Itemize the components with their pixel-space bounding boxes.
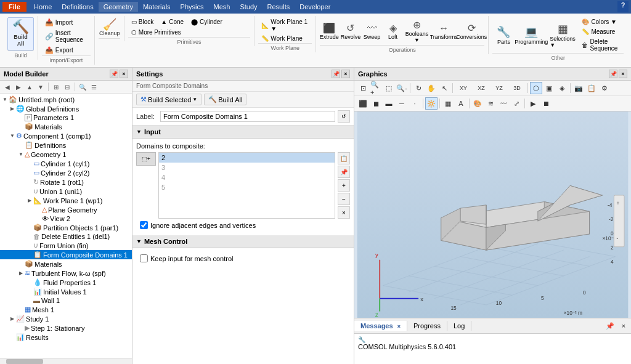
build-all-settings-button[interactable]: 🔨 Build All — [204, 94, 246, 105]
g-highlight[interactable]: 🔆 — [425, 97, 438, 110]
build-selected-button[interactable]: ⚒ Build Selected ▼ — [136, 94, 202, 105]
g-streamline[interactable]: 〰 — [497, 97, 510, 110]
tree-back-btn[interactable]: ◀ — [2, 82, 12, 92]
menu-study[interactable]: Study — [235, 2, 262, 12]
menu-results[interactable]: Results — [263, 2, 295, 12]
transforms-button[interactable]: ↔ Transforms — [432, 21, 456, 42]
block-button[interactable]: ▭ Block — [128, 17, 157, 26]
workplane-button[interactable]: 📏 Work Plane — [258, 34, 306, 43]
settings-close[interactable]: × — [341, 70, 350, 78]
g-wireframe[interactable]: ⬡ — [530, 82, 542, 94]
domains-select-btn[interactable]: ⬚+ — [136, 152, 156, 166]
tree-item-root[interactable]: ▼ 🏠 Untitled.mph (root) — [0, 95, 132, 104]
g-select-boundaries[interactable]: ▬ — [383, 97, 395, 110]
g-select[interactable]: ↖ — [438, 82, 450, 94]
tree-item-union1[interactable]: ∪ Union 1 (uni1) — [0, 187, 132, 196]
tree-item-view2[interactable]: 👁 View 2 — [0, 214, 132, 223]
g-zoom-extents[interactable]: ⊡ — [357, 82, 369, 94]
g-rotate[interactable]: ↻ — [412, 82, 425, 94]
domains-list[interactable]: 2 3 4 5 — [158, 152, 335, 219]
colors-button[interactable]: 🎨 Colors ▼ — [579, 17, 624, 26]
cylinder-button[interactable]: ⬤ Cylinder — [188, 17, 226, 26]
cone-button[interactable]: ▲ Cone — [158, 17, 187, 26]
workplane1-button[interactable]: 📐 Work Plane 1 ▼ — [258, 17, 312, 33]
domains-paste-btn[interactable]: 📌 — [338, 166, 350, 178]
graphics-close[interactable]: × — [619, 70, 627, 78]
tree-item-component1[interactable]: ▼ ⚙ Component 1 (comp1) — [0, 131, 132, 140]
tree-item-geom1[interactable]: ▼ △ Geometry 1 — [0, 150, 132, 159]
tree-search-btn[interactable]: 🔍 — [78, 82, 88, 92]
tree-item-fcd1[interactable]: 📋 Form Composite Domains 1 — [0, 250, 132, 259]
tree-item-cyl2[interactable]: ▭ Cylinder 2 (cyl2) — [0, 168, 132, 177]
domains-clear-btn[interactable]: × — [338, 206, 350, 219]
g-transparent[interactable]: ◈ — [556, 82, 568, 94]
model-builder-pin[interactable]: 📌 — [110, 70, 118, 78]
export-button[interactable]: 📤 Export — [42, 45, 76, 55]
label-field-input[interactable] — [160, 111, 335, 122]
graphics-viewport[interactable]: y x z ×10⁻³ ×10⁻³ m -4 -2 0 2 4 15 10 5 … — [354, 111, 631, 318]
tree-item-step1[interactable]: ▶ Step 1: Stationary — [0, 323, 132, 333]
g-isosurface[interactable]: ≋ — [484, 97, 497, 110]
g-view-persp[interactable]: 3D — [508, 82, 526, 94]
menu-developer[interactable]: Developer — [295, 2, 335, 12]
log-tab[interactable]: Log — [447, 321, 471, 331]
tree-scrollbar[interactable] — [0, 358, 132, 364]
g-settings-view[interactable]: ⚙ — [598, 82, 611, 94]
revolve-button[interactable]: ↺ Revolve — [341, 20, 360, 42]
tree-item-mesh1[interactable]: ▦ Mesh 1 — [0, 305, 132, 314]
label-reset-btn[interactable]: ↺ — [338, 110, 350, 123]
keep-input-checkbox[interactable] — [140, 254, 148, 262]
g-zoom-box[interactable]: ⬚ — [383, 82, 395, 94]
tree-item-materials-global[interactable]: 📦 Materials — [0, 122, 132, 131]
graphics-pin[interactable]: 📌 — [609, 70, 617, 78]
g-surface[interactable]: ▣ — [543, 82, 555, 94]
g-select-all[interactable]: ⬛ — [357, 97, 369, 110]
extrude-button[interactable]: ⬛ Extrude — [320, 20, 338, 42]
tree-item-materials2[interactable]: 📦 Materials — [0, 259, 132, 269]
messages-close-panel[interactable]: × — [617, 320, 630, 332]
tree-item-params[interactable]: P Parameters 1 — [0, 113, 132, 122]
domains-add-btn[interactable]: + — [338, 179, 350, 192]
tree-item-init1[interactable]: 📊 Initial Values 1 — [0, 287, 132, 296]
tree-item-fluid1[interactable]: 💧 Fluid Properties 1 — [0, 278, 132, 287]
tree-item-par1[interactable]: 📦 Partition Objects 1 (par1) — [0, 223, 132, 232]
g-select-domains[interactable]: ◼ — [370, 97, 382, 110]
menu-mesh[interactable]: Mesh — [208, 2, 235, 12]
ignore-edges-checkbox[interactable] — [140, 221, 148, 229]
progress-tab[interactable]: Progress — [407, 321, 447, 331]
tree-collapse-btn[interactable]: ⊟ — [62, 82, 72, 92]
g-mesh-toggle[interactable]: ▦ — [442, 97, 454, 110]
menu-home[interactable]: Home — [29, 2, 57, 12]
model-builder-close[interactable]: × — [120, 70, 128, 78]
g-stop[interactable]: ⏹ — [540, 97, 552, 110]
more-primitives-button[interactable]: ⬡ More Primitives — [128, 28, 184, 37]
file-menu[interactable]: File — [2, 2, 26, 12]
g-play[interactable]: ▶ — [527, 97, 539, 110]
booleans-button[interactable]: ⊕ Booleans▼ — [405, 17, 429, 45]
menu-geometry[interactable]: Geometry — [99, 2, 138, 12]
cleanup-button[interactable]: 🧹 Cleanup — [99, 17, 121, 38]
mesh-control-section-header[interactable]: ▼ Mesh Control — [132, 235, 354, 248]
conversions-button[interactable]: ⟳ Conversions — [458, 20, 485, 42]
tree-item-del1[interactable]: 🗑 Delete Entities 1 (del1) — [0, 232, 132, 241]
menu-physics[interactable]: Physics — [176, 2, 209, 12]
g-pan[interactable]: ✋ — [425, 82, 438, 94]
tree-up-btn[interactable]: ▲ — [25, 82, 35, 92]
tree-item-spf[interactable]: ▶ ≋ Turbulent Flow, k-ω (spf) — [0, 269, 132, 278]
tree-down-btn[interactable]: ▼ — [36, 82, 46, 92]
insert-sequence-button[interactable]: 🔗 Insert Sequence — [42, 28, 91, 44]
g-view-xz[interactable]: XZ — [473, 82, 490, 94]
domains-copy-btn[interactable]: 📋 — [338, 152, 350, 164]
g-deformation[interactable]: ⤢ — [510, 97, 523, 110]
tree-item-wall1[interactable]: ▬ Wall 1 — [0, 296, 132, 305]
tree-item-cyl1[interactable]: ▭ Cylinder 1 (cyl1) — [0, 159, 132, 168]
g-color-table[interactable]: 🎨 — [471, 97, 484, 110]
tree-item-fin[interactable]: ∪ Form Union (fin) — [0, 241, 132, 250]
g-view-xy[interactable]: XY — [455, 82, 472, 94]
messages-tab-close[interactable]: × — [397, 323, 401, 330]
tree-item-wp1[interactable]: ▶ 📐 Work Plane 1 (wp1) — [0, 196, 132, 205]
measure-button[interactable]: 📏 Measure — [579, 27, 624, 36]
g-select-edges[interactable]: ─ — [396, 97, 408, 110]
tree-item-global[interactable]: ▶ 🌐 Global Definitions — [0, 104, 132, 113]
tree-expand-btn[interactable]: ⊞ — [51, 82, 61, 92]
